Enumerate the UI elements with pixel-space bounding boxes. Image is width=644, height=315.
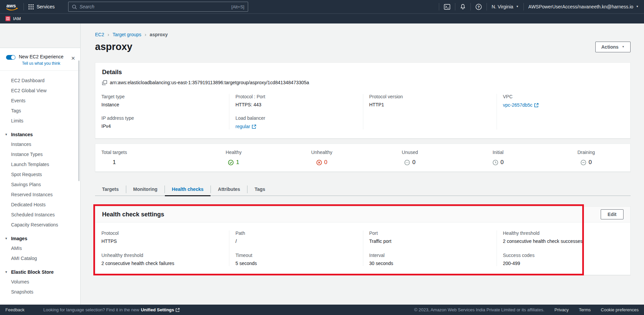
topbar-divider: [439, 3, 439, 10]
target-stats-card: Total targets 1 Healthy 1 Unhea: [95, 144, 631, 172]
triangle-down-icon: ▼: [5, 133, 8, 136]
breadcrumb-ec2[interactable]: EC2: [95, 32, 104, 37]
clock-icon: [493, 160, 498, 165]
actions-button[interactable]: Actions ▼: [595, 42, 631, 52]
field-label: Success codes: [503, 253, 624, 258]
sidebar-item-ec2-dashboard[interactable]: EC2 Dashboard: [0, 75, 80, 86]
health-check-settings-card: Health check settings Edit Protocol HTTP…: [95, 206, 631, 275]
load-balancer-link[interactable]: regular: [235, 124, 256, 129]
health-check-card-header: Health check settings Edit: [95, 207, 630, 222]
main-content: EC2 › Target groups › asproxy asproxy Ac…: [81, 23, 644, 305]
tab-attributes[interactable]: Attributes: [211, 183, 247, 196]
field-label: Protocol: [101, 230, 223, 236]
sidebar-item-reserved-instances[interactable]: Reserved Instances: [0, 190, 80, 200]
sidebar-item-scheduled-instances[interactable]: Scheduled Instances: [0, 210, 80, 220]
account-label: AWSPowerUserAccess/navaneeth.kn@harness.…: [528, 4, 634, 9]
tab-health-checks[interactable]: Health checks: [165, 183, 211, 196]
tab-monitoring[interactable]: Monitoring: [126, 183, 165, 196]
details-heading: Details: [102, 69, 624, 76]
search-box[interactable]: [Alt+S]: [68, 2, 248, 12]
sidebar-scrollbar[interactable]: [78, 60, 80, 181]
sidebar-item-tags[interactable]: Tags: [0, 106, 80, 116]
sidebar-item-amis[interactable]: AMIs: [0, 243, 80, 253]
terms-link[interactable]: Terms: [579, 307, 591, 312]
field-label: Path: [235, 230, 357, 236]
tab-targets[interactable]: Targets: [95, 183, 126, 196]
sidebar-item-ec2-global-view[interactable]: EC2 Global View: [0, 86, 80, 96]
sidebar-item-instance-types[interactable]: Instance Types: [0, 149, 80, 159]
field-value: Traffic port: [369, 239, 491, 244]
topbar-right: ? N. Virginia ▼ AWSPowerUserAccess/navan…: [434, 3, 639, 10]
field-value: HTTP1: [369, 102, 491, 107]
stat-unhealthy: Unhealthy 0: [278, 150, 366, 166]
sidebar-item-events[interactable]: Events: [0, 96, 80, 106]
favorite-iam-label: IAM: [13, 16, 21, 21]
arn-text: arn:aws:elasticloadbalancing:us-east-1:3…: [110, 80, 309, 85]
cloudshell-terminal-icon: [444, 4, 450, 10]
field-value: IPv4: [101, 123, 223, 129]
account-menu[interactable]: AWSPowerUserAccess/navaneeth.kn@harness.…: [528, 4, 639, 9]
new-ec2-experience-box: New EC2 Experience Tell us what you thin…: [0, 48, 80, 71]
check-circle-icon: [228, 160, 234, 165]
health-check-grid: Protocol HTTPS Unhealthy threshold 2 con…: [95, 222, 630, 275]
field-label: IP address type: [101, 115, 223, 121]
details-grid: Target type Instance IP address type IPv…: [95, 94, 630, 129]
cookie-preferences-link[interactable]: Cookie preferences: [601, 307, 639, 312]
aws-logo[interactable]: aws: [5, 2, 19, 11]
favorite-iam-link[interactable]: IAM: [5, 16, 21, 21]
svg-text:aws: aws: [6, 3, 16, 8]
chevron-down-icon: ▼: [516, 5, 519, 8]
topbar-divider: [24, 3, 24, 10]
cloudshell-button[interactable]: [444, 4, 450, 10]
stat-total-targets: Total targets 1: [95, 150, 190, 166]
breadcrumb-chevron-icon: ›: [107, 32, 109, 37]
dots-circle-icon: [404, 160, 410, 165]
sidebar-item-instances[interactable]: Instances: [0, 139, 80, 149]
feedback-link[interactable]: Feedback: [5, 307, 25, 312]
details-card: Details arn:aws:elasticloadbalancing:us-…: [95, 62, 631, 139]
language-selection-note: Looking for language selection? Find it …: [43, 307, 179, 312]
stat-healthy: Healthy 1: [190, 150, 278, 166]
search-icon: [72, 4, 77, 9]
external-link-icon: [252, 124, 256, 129]
copy-icon: [102, 80, 107, 85]
sidebar-nav: EC2 Dashboard EC2 Global View Events Tag…: [0, 71, 80, 297]
svg-text:?: ?: [478, 5, 480, 9]
sidebar-item-snapshots[interactable]: Snapshots: [0, 287, 80, 297]
sidebar-item-volumes[interactable]: Volumes: [0, 277, 80, 287]
breadcrumb: EC2 › Target groups › asproxy: [95, 32, 631, 37]
privacy-link[interactable]: Privacy: [554, 307, 569, 312]
new-ec2-experience-title: New EC2 Experience: [19, 54, 63, 59]
sidebar-item-dedicated-hosts[interactable]: Dedicated Hosts: [0, 200, 80, 210]
topbar-divider: [487, 3, 487, 10]
field-value: Instance: [101, 102, 223, 107]
tell-us-link[interactable]: Tell us what you think: [19, 61, 63, 66]
help-button[interactable]: ?: [475, 4, 482, 10]
new-ec2-experience-toggle[interactable]: [6, 55, 15, 60]
vpc-link[interactable]: vpc-2657db5c: [503, 102, 539, 108]
external-link-icon: [176, 308, 180, 312]
region-selector[interactable]: N. Virginia ▼: [492, 4, 518, 9]
arn-row: arn:aws:elasticloadbalancing:us-east-1:3…: [102, 80, 624, 85]
chevron-down-icon: ▼: [622, 46, 625, 48]
field-value: 2 consecutive health check successes: [503, 239, 624, 244]
sidebar-section-images[interactable]: ▼ Images: [0, 234, 80, 243]
sidebar-item-launch-templates[interactable]: Launch Templates: [0, 159, 80, 169]
sidebar-section-elastic-block-store[interactable]: ▼ Elastic Block Store: [0, 267, 80, 277]
sidebar-item-savings-plans[interactable]: Savings Plans: [0, 179, 80, 190]
edit-button[interactable]: Edit: [601, 209, 624, 219]
tab-tags[interactable]: Tags: [247, 183, 272, 196]
sidebar-item-limits[interactable]: Limits: [0, 116, 80, 126]
copy-arn-button[interactable]: [102, 80, 107, 85]
search-input[interactable]: [80, 4, 229, 9]
sidebar-section-instances[interactable]: ▼ Instances: [0, 130, 80, 139]
sidebar-item-spot-requests[interactable]: Spot Requests: [0, 169, 80, 179]
sidebar-item-capacity-reservations[interactable]: Capacity Reservations: [0, 220, 80, 230]
breadcrumb-target-groups[interactable]: Target groups: [112, 32, 141, 37]
favorites-bar: IAM: [0, 13, 644, 23]
sidebar-item-ami-catalog[interactable]: AMI Catalog: [0, 253, 80, 263]
notifications-button[interactable]: [460, 4, 466, 10]
services-menu-button[interactable]: Services: [29, 4, 55, 9]
close-icon[interactable]: ✕: [71, 55, 75, 61]
unified-settings-link[interactable]: Unified Settings: [141, 307, 180, 312]
